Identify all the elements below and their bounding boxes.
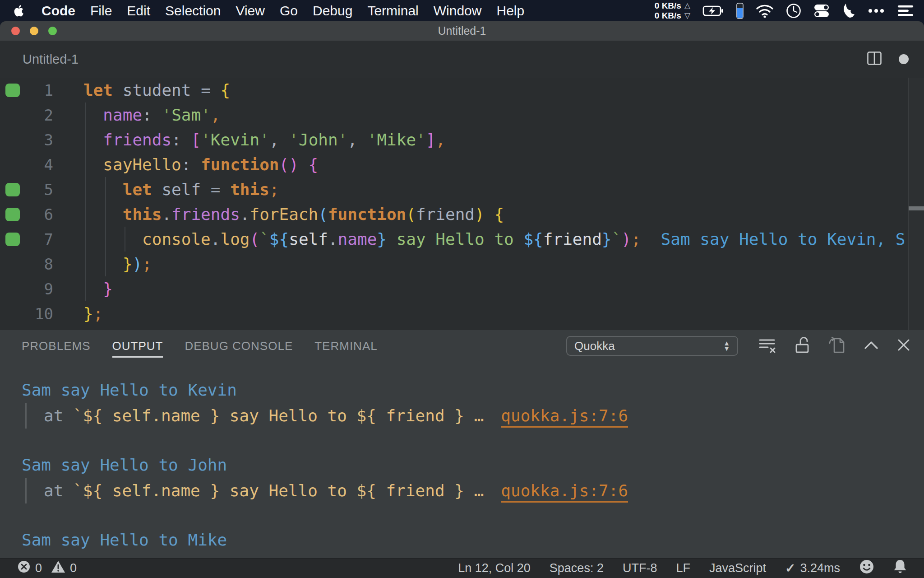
menu-item-edit[interactable]: Edit — [127, 3, 150, 19]
zoom-window-button[interactable] — [48, 27, 57, 35]
gutter: 1 — [0, 78, 53, 103]
menu-item-terminal[interactable]: Terminal — [367, 3, 418, 19]
output-block: Sam say Hello to Johnat `${ self.name } … — [22, 452, 924, 503]
status-item-ln[interactable]: Ln 12, Col 20 — [458, 561, 531, 575]
output-console[interactable]: Sam say Hello to Kevinat `${ self.name }… — [0, 362, 924, 558]
open-file-name[interactable]: Untitled-1 — [23, 52, 79, 67]
panel-tab-problems[interactable]: PROBLEMS — [22, 334, 91, 359]
quokka-status[interactable]: ✓ 3.24ms — [785, 561, 840, 576]
output-block: Sam say Hello to Kevinat `${ self.name }… — [22, 377, 924, 429]
quokka-coverage-indicator[interactable] — [5, 208, 20, 221]
ellipsis-icon[interactable] — [868, 9, 885, 13]
warnings-icon[interactable] — [51, 560, 65, 577]
source-location-link[interactable]: quokka.js:7:6 — [501, 406, 628, 428]
gutter: 6 — [0, 202, 53, 227]
toggles-icon[interactable] — [813, 4, 830, 18]
code-editor[interactable]: 1let student = {2 name: 'Sam',3 friends:… — [0, 78, 924, 330]
panel-tab-debug-console[interactable]: DEBUG CONSOLE — [185, 334, 293, 359]
download-triangle-icon: ▽ — [684, 11, 690, 21]
menu-item-debug[interactable]: Debug — [313, 3, 352, 19]
upload-triangle-icon: △ — [684, 1, 690, 11]
menu-item-window[interactable]: Window — [434, 3, 482, 19]
source-location-link[interactable]: quokka.js:7:6 — [501, 481, 628, 503]
clock-icon[interactable] — [786, 3, 801, 19]
warning-count[interactable]: 0 — [70, 561, 77, 575]
code-line-4[interactable]: 4 sayHello: function() { — [0, 152, 924, 177]
menu-item-view[interactable]: View — [236, 3, 264, 19]
editor-scrollbar-thumb[interactable] — [909, 206, 924, 210]
code-line-1[interactable]: 1let student = { — [0, 78, 924, 103]
gutter: 5 — [0, 177, 53, 202]
open-in-editor-icon[interactable] — [828, 336, 845, 356]
output-block: Sam say Hello to Mike — [22, 527, 924, 553]
editor-scrollbar[interactable] — [908, 78, 924, 330]
gutter: 4 — [0, 152, 53, 177]
code-line-2[interactable]: 2 name: 'Sam', — [0, 103, 924, 127]
status-bar: 0 0 Ln 12, Col 20Spaces: 2UTF-8LFJavaScr… — [0, 558, 924, 578]
status-item-javascript[interactable]: JavaScript — [709, 561, 766, 575]
unsaved-changes-dot[interactable] — [899, 54, 909, 64]
network-speed-indicator[interactable]: 0 KB/s△ 0 KB/s▽ — [655, 1, 690, 21]
close-panel-icon[interactable] — [897, 338, 910, 354]
apple-icon[interactable] — [14, 4, 25, 18]
gutter: 9 — [0, 276, 53, 301]
battery-level-icon[interactable] — [736, 3, 744, 19]
menu-item-selection[interactable]: Selection — [165, 3, 221, 19]
code-line-7[interactable]: 7 console.log(`${self.name} say Hello to… — [0, 227, 924, 252]
gutter: 7 — [0, 227, 53, 252]
quokka-coverage-indicator[interactable] — [5, 84, 20, 97]
code-line-10[interactable]: 10}; — [0, 301, 924, 326]
error-count[interactable]: 0 — [35, 561, 42, 575]
screen: CodeFileEditSelectionViewGoDebugTerminal… — [0, 0, 924, 578]
window-title: Untitled-1 — [438, 24, 486, 37]
indent-guide — [125, 227, 125, 252]
menu-item-file[interactable]: File — [90, 3, 112, 19]
code-line-3[interactable]: 3 friends: ['Kevin', 'John', 'Mike'], — [0, 127, 924, 152]
download-speed: 0 KB/s — [655, 11, 681, 21]
close-window-button[interactable] — [11, 27, 20, 35]
code-text: let student = { — [53, 78, 230, 103]
console-log-message: Sam say Hello to John — [22, 452, 924, 478]
line-number: 10 — [0, 305, 53, 323]
feedback-smiley-icon[interactable] — [859, 559, 874, 578]
list-icon[interactable] — [897, 5, 914, 17]
code-text: this.friends.forEach(function(friend) { — [53, 202, 504, 227]
quokka-coverage-indicator[interactable] — [5, 233, 20, 246]
menu-extra-app-icon[interactable] — [842, 3, 855, 19]
errors-icon[interactable] — [17, 560, 31, 577]
notifications-bell-icon[interactable] — [893, 559, 907, 578]
clear-output-icon[interactable] — [759, 336, 776, 355]
unlock-icon[interactable] — [794, 336, 810, 356]
maximize-panel-icon[interactable] — [864, 340, 879, 352]
menu-item-help[interactable]: Help — [496, 3, 524, 19]
status-item-utf-8[interactable]: UTF-8 — [623, 561, 657, 575]
upload-speed: 0 KB/s — [655, 1, 681, 11]
split-editor-icon[interactable] — [867, 51, 882, 67]
check-icon: ✓ — [785, 561, 795, 576]
battery-charging-icon[interactable] — [702, 5, 724, 17]
wifi-icon[interactable] — [756, 4, 774, 18]
output-channel-select[interactable]: Quokka ▲▼ — [566, 336, 738, 356]
console-log-message: Sam say Hello to Kevin — [22, 377, 924, 403]
quokka-coverage-indicator[interactable] — [5, 183, 20, 196]
window-title-bar[interactable]: Untitled-1 — [0, 21, 924, 41]
code-text: console.log(`${self.name} say Hello to $… — [53, 227, 905, 252]
code-text: } — [53, 276, 113, 301]
menu-item-code[interactable]: Code — [42, 3, 75, 19]
code-line-6[interactable]: 6 this.friends.forEach(function(friend) … — [0, 202, 924, 227]
panel-tab-output[interactable]: OUTPUT — [112, 334, 163, 359]
panel-header: PROBLEMSOUTPUTDEBUG CONSOLETERMINAL Quok… — [0, 330, 924, 362]
status-item-spaces[interactable]: Spaces: 2 — [550, 561, 604, 575]
code-line-5[interactable]: 5 let self = this; — [0, 177, 924, 202]
code-text: sayHello: function() { — [53, 152, 318, 177]
code-line-9[interactable]: 9 } — [0, 276, 924, 301]
log-source-detail: at `${ self.name } say Hello to ${ frien… — [25, 403, 924, 429]
minimize-window-button[interactable] — [30, 27, 38, 35]
code-text: }); — [53, 252, 152, 276]
panel-tab-terminal[interactable]: TERMINAL — [314, 334, 377, 359]
log-source-detail: at `${ self.name } say Hello to ${ frien… — [25, 478, 924, 503]
menu-item-go[interactable]: Go — [280, 3, 298, 19]
indent-guide — [85, 103, 86, 301]
status-item-lf[interactable]: LF — [676, 561, 690, 575]
code-line-8[interactable]: 8 }); — [0, 252, 924, 276]
